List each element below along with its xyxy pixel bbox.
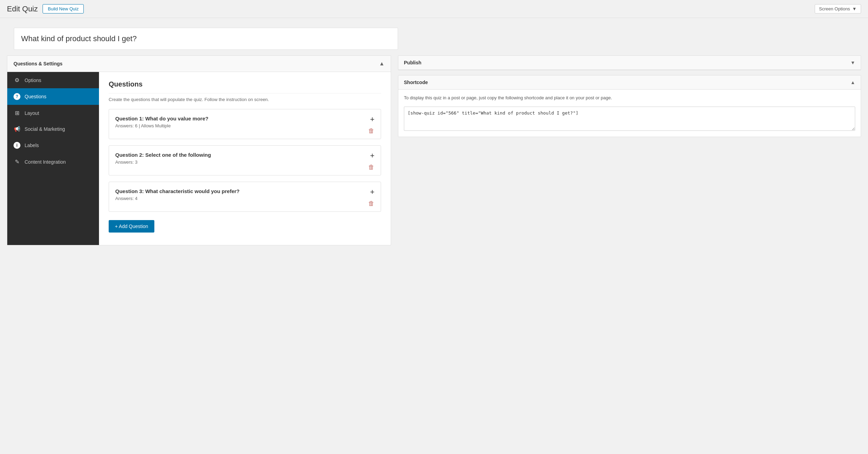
- question-title-1: Question 1: What do you value more?: [115, 116, 368, 121]
- delete-question-1-button[interactable]: 🗑: [368, 127, 374, 135]
- question-icon: ?: [13, 93, 20, 100]
- integration-icon: ✎: [13, 158, 20, 165]
- page-title: Edit Quiz: [7, 4, 38, 13]
- question-actions-2: + 🗑: [368, 152, 374, 171]
- shortcode-desc: To display this quiz in a post or page, …: [404, 94, 855, 102]
- sidebar-label-options: Options: [25, 78, 41, 83]
- shortcode-body: To display this quiz in a post or page, …: [398, 90, 861, 137]
- sidebar-label-layout: Layout: [25, 110, 39, 116]
- sidebar-label-social-marketing: Social & Marketing: [25, 126, 65, 132]
- content-area: Questions Create the questions that will…: [99, 72, 391, 245]
- left-panel: Questions & Settings ▲ Options ? Questio…: [7, 55, 391, 245]
- sidebar-label-content-integration: Content Integration: [25, 159, 66, 165]
- marketing-icon: 📢: [13, 126, 20, 132]
- screen-options-chevron: ▼: [852, 6, 857, 11]
- panel-header: Questions & Settings ▲: [7, 56, 391, 72]
- quiz-title-input[interactable]: [21, 34, 391, 43]
- page-header: Edit Quiz Build New Quiz Screen Options …: [0, 0, 868, 18]
- question-card-top-2: Question 2: Select one of the following …: [115, 152, 374, 171]
- question-title-2: Question 2: Select one of the following: [115, 152, 368, 158]
- publish-chevron-icon[interactable]: ▼: [850, 60, 855, 65]
- question-card-3: Question 3: What characteristic would yo…: [109, 182, 381, 212]
- delete-question-3-button[interactable]: 🗑: [368, 200, 374, 207]
- question-meta-3: Answers: 4: [115, 196, 368, 201]
- question-info-3: Question 3: What characteristic would yo…: [115, 188, 368, 201]
- panel-body: Options ? Questions ⊞ Layout 📢 Social & …: [7, 72, 391, 245]
- expand-question-3-button[interactable]: +: [370, 188, 374, 196]
- build-new-quiz-button[interactable]: Build New Quiz: [43, 4, 84, 13]
- panel-header-title: Questions & Settings: [13, 61, 63, 66]
- shortcode-textarea[interactable]: [404, 107, 855, 131]
- question-actions-3: + 🗑: [368, 188, 374, 207]
- question-card-2: Question 2: Select one of the following …: [109, 145, 381, 175]
- sidebar-item-options[interactable]: Options: [7, 72, 99, 88]
- publish-box: Publish ▼: [398, 55, 861, 70]
- sidebar-item-layout[interactable]: ⊞ Layout: [7, 105, 99, 121]
- add-question-button[interactable]: + Add Question: [109, 220, 154, 233]
- sidebar: Options ? Questions ⊞ Layout 📢 Social & …: [7, 72, 99, 245]
- shortcode-box: Shortcode ▲ To display this quiz in a po…: [398, 75, 861, 137]
- main-layout: Questions & Settings ▲ Options ? Questio…: [0, 55, 868, 252]
- question-meta-2: Answers: 3: [115, 160, 368, 165]
- question-meta-1: Answers: 6 | Allows Multiple: [115, 123, 368, 128]
- right-panel: Publish ▼ Shortcode ▲ To display this qu…: [398, 55, 861, 245]
- questions-section-title: Questions: [109, 80, 381, 93]
- sidebar-item-content-integration[interactable]: ✎ Content Integration: [7, 154, 99, 170]
- question-card-top-1: Question 1: What do you value more? Answ…: [115, 116, 374, 135]
- question-info-1: Question 1: What do you value more? Answ…: [115, 116, 368, 128]
- collapse-arrow[interactable]: ▲: [379, 61, 385, 67]
- screen-options-button[interactable]: Screen Options ▼: [815, 4, 861, 13]
- shortcode-title: Shortcode: [404, 80, 428, 85]
- question-card-top-3: Question 3: What characteristic would yo…: [115, 188, 374, 207]
- delete-question-2-button[interactable]: 🗑: [368, 164, 374, 171]
- header-left: Edit Quiz Build New Quiz: [7, 4, 84, 13]
- question-info-2: Question 2: Select one of the following …: [115, 152, 368, 165]
- sidebar-item-social-marketing[interactable]: 📢 Social & Marketing: [7, 121, 99, 137]
- question-actions-1: + 🗑: [368, 116, 374, 135]
- publish-title: Publish: [404, 60, 422, 65]
- expand-question-2-button[interactable]: +: [370, 152, 374, 160]
- questions-section-desc: Create the questions that will populate …: [109, 97, 381, 102]
- expand-question-1-button[interactable]: +: [370, 116, 374, 123]
- question-title-3: Question 3: What characteristic would yo…: [115, 188, 368, 194]
- sidebar-item-questions[interactable]: ? Questions: [7, 88, 99, 105]
- question-card-1: Question 1: What do you value more? Answ…: [109, 109, 381, 139]
- sidebar-label-labels: Labels: [25, 143, 39, 148]
- sidebar-label-questions: Questions: [25, 94, 46, 99]
- shortcode-chevron-icon[interactable]: ▲: [850, 80, 855, 85]
- shortcode-header: Shortcode ▲: [398, 75, 861, 90]
- sidebar-item-labels[interactable]: i Labels: [7, 137, 99, 154]
- labels-icon: i: [13, 142, 20, 149]
- layout-icon: ⊞: [13, 110, 20, 116]
- gear-icon: [13, 77, 20, 83]
- publish-header: Publish ▼: [398, 56, 861, 70]
- screen-options-label: Screen Options: [819, 6, 850, 11]
- quiz-title-bar: [14, 28, 398, 50]
